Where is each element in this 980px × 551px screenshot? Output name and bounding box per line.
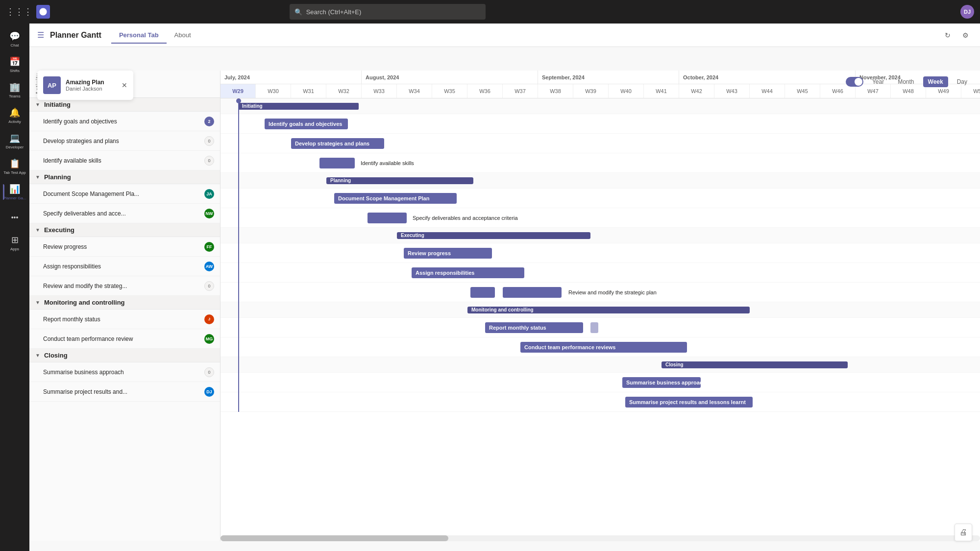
- user-avatar[interactable]: DJ: [960, 5, 974, 19]
- task-list: Activity ▼ Initiating Identify goals and…: [29, 71, 220, 541]
- top-bar-right: DJ: [960, 5, 974, 19]
- task-badge: J: [204, 314, 214, 324]
- bar-report-monthly-2[interactable]: [590, 322, 598, 333]
- bar-closing-group[interactable]: Closing: [662, 361, 848, 368]
- bar-label-initiating: Initiating: [242, 103, 263, 109]
- bar-document-scope[interactable]: Awaiting Review Document Scope Managemen…: [334, 193, 457, 204]
- tab-personal[interactable]: Personal Tab: [111, 27, 167, 44]
- task-name: Review and modify the strateg...: [43, 283, 204, 289]
- bar-assign[interactable]: Approved Assign responsibilities: [412, 267, 524, 278]
- week-w30: W30: [256, 84, 291, 98]
- bar-label-planning: Planning: [330, 178, 351, 183]
- gantt-row-summarise-results: Archiving Summarise project results and …: [220, 392, 980, 412]
- group-executing[interactable]: ▼ Executing: [29, 223, 220, 237]
- sidebar-item-developer[interactable]: 💻 Developer: [3, 129, 26, 153]
- month-october: October, 2024: [679, 71, 856, 84]
- month-july: July, 2024: [220, 71, 362, 84]
- group-closing[interactable]: ▼ Closing: [29, 349, 220, 362]
- bar-identify-goals[interactable]: Awaiting Review Yellow Identify goals an…: [265, 119, 348, 129]
- tab-about[interactable]: About: [167, 27, 199, 44]
- view-week-button[interactable]: Week: [923, 76, 948, 87]
- task-row[interactable]: Report monthly status J: [29, 310, 220, 329]
- bar-executing[interactable]: Executing: [397, 232, 590, 239]
- shifts-icon: 📅: [9, 56, 20, 67]
- bar-initiating[interactable]: Initiating: [238, 103, 359, 110]
- group-closing-label: Closing: [44, 352, 68, 359]
- project-close-button[interactable]: ✕: [122, 81, 127, 89]
- label-identify-skills: Identify available skills: [361, 153, 414, 172]
- group-executing-label: Executing: [44, 226, 74, 234]
- sidebar-item-teams[interactable]: 🏢 Teams: [3, 78, 26, 102]
- month-september: September, 2024: [538, 71, 679, 84]
- bar-review-progress[interactable]: Approved Review progress: [404, 248, 492, 259]
- task-row[interactable]: Summarise project results and... DJ: [29, 382, 220, 402]
- task-badge: 0: [204, 367, 214, 377]
- task-badge: NW: [204, 209, 214, 218]
- gantt-row-closing-group: Closing: [220, 357, 980, 373]
- group-initiating-label: Initiating: [44, 101, 71, 108]
- task-row[interactable]: Identify goals and objectives 2: [29, 112, 220, 131]
- search-bar[interactable]: 🔍 Search (Ctrl+Alt+E): [290, 4, 486, 20]
- sidebar-item-more[interactable]: •••: [3, 206, 26, 229]
- gantt-row-document-scope: Awaiting Review Document Scope Managemen…: [220, 189, 980, 208]
- settings-icon[interactable]: ⚙: [958, 28, 972, 42]
- bar-label-report: Report monthly status: [489, 325, 546, 331]
- view-month-button[interactable]: Month: [893, 76, 919, 87]
- apps-grid-icon[interactable]: ⋮⋮⋮: [6, 6, 32, 17]
- task-badge: 0: [204, 156, 214, 166]
- sidebar-item-activity[interactable]: 🔔 Activity: [3, 104, 26, 127]
- task-row[interactable]: Conduct team performance review MG: [29, 329, 220, 349]
- bar-team-review[interactable]: Monitoring Conduct team performance revi…: [520, 342, 687, 353]
- task-name: Conduct team performance review: [43, 335, 204, 342]
- bar-summarise-results[interactable]: Archiving Summarise project results and …: [625, 397, 753, 407]
- bar-label-monitoring-group: Monitoring and controlling: [471, 307, 534, 312]
- group-monitoring-label: Monitoring and controlling: [44, 299, 125, 306]
- sidebar-item-tabtest[interactable]: 📋 Tab Test App: [3, 155, 26, 178]
- hamburger-icon[interactable]: ☰: [37, 30, 44, 40]
- week-w38: W38: [538, 84, 573, 98]
- top-bar: ⋮⋮⋮ 🔍 Search (Ctrl+Alt+E) DJ: [0, 0, 980, 24]
- gantt-row-report-monthly: Monitoring Report monthly status: [220, 318, 980, 337]
- bar-review-modify-2[interactable]: [503, 287, 562, 298]
- view-year-button[interactable]: Year: [867, 76, 889, 87]
- group-monitoring[interactable]: ▼ Monitoring and controlling: [29, 296, 220, 310]
- task-badge: DJ: [204, 387, 214, 397]
- week-w44: W44: [750, 84, 785, 98]
- bar-report-monthly[interactable]: Monitoring Report monthly status: [485, 322, 583, 333]
- bar-summarise-business[interactable]: Yellow Summarise business approach: [622, 377, 701, 388]
- group-initiating[interactable]: ▼ Initiating: [29, 98, 220, 112]
- week-w39: W39: [573, 84, 609, 98]
- toggle-switch[interactable]: [846, 77, 863, 87]
- bar-planning[interactable]: Planning: [326, 177, 473, 184]
- task-row[interactable]: Summarise business approach 0: [29, 362, 220, 382]
- group-planning[interactable]: ▼ Planning: [29, 170, 220, 184]
- bar-specify-deliverables[interactable]: Awaiting Approval: [368, 213, 407, 223]
- task-row[interactable]: Review progress FF: [29, 237, 220, 257]
- task-row[interactable]: Document Scope Management Pla... JA: [29, 184, 220, 204]
- gantt-scrollbar[interactable]: [220, 535, 980, 541]
- main-content: ☰ Planner Gantt Personal Tab About ↻ ⚙ A…: [29, 24, 980, 551]
- task-row[interactable]: Identify available skills 0: [29, 151, 220, 170]
- task-row[interactable]: Specify deliverables and acce... NW: [29, 204, 220, 223]
- week-w43: W43: [714, 84, 750, 98]
- gantt-scrollbar-thumb[interactable]: [220, 535, 448, 541]
- bar-label-closing-group: Closing: [665, 362, 684, 367]
- bar-review-modify-1[interactable]: Monitoring: [470, 287, 495, 298]
- bar-label-results: Summarise project results and lessons le…: [629, 399, 746, 405]
- task-row[interactable]: Assign responsibilities AW: [29, 257, 220, 276]
- sidebar-item-shifts[interactable]: 📅 Shifts: [3, 53, 26, 76]
- print-button[interactable]: 🖨: [955, 524, 972, 541]
- sidebar-item-planner[interactable]: 📊 Planner Ga...: [3, 180, 26, 204]
- bar-identify-skills[interactable]: Lime: [319, 158, 355, 168]
- bar-monitoring-group[interactable]: Monitoring and controlling: [467, 307, 750, 313]
- task-row[interactable]: Develop strategies and plans 0: [29, 131, 220, 151]
- view-day-button[interactable]: Day: [952, 76, 972, 87]
- app-tabs: Personal Tab About: [111, 27, 199, 43]
- sidebar-item-apps[interactable]: ⊞ Apps: [3, 231, 26, 255]
- bar-develop-strategies[interactable]: Approved Develop strategies and plans: [291, 138, 384, 149]
- refresh-icon[interactable]: ↻: [941, 28, 955, 42]
- sidebar-item-chat[interactable]: 💬 Chat: [3, 27, 26, 51]
- task-badge: FF: [204, 242, 214, 252]
- task-badge: 0: [204, 136, 214, 146]
- task-row[interactable]: Review and modify the strateg... 0: [29, 276, 220, 296]
